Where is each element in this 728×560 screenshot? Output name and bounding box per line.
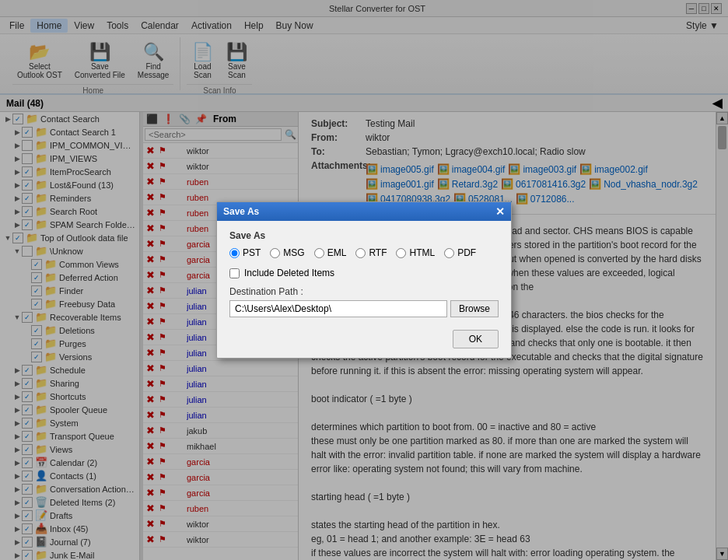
save-as-dialog: Save As ✕ Save As PST MSG EML RTF H (216, 201, 512, 359)
radio-eml[interactable]: EML (314, 247, 347, 258)
save-as-label: Save As (229, 230, 499, 241)
dialog-close-button[interactable]: ✕ (495, 205, 505, 218)
destination-path-input[interactable] (229, 300, 447, 317)
radio-pst[interactable]: PST (229, 247, 261, 258)
dialog-title-text: Save As (223, 206, 259, 217)
include-deleted-checkbox[interactable]: Include Deleted Items (229, 268, 499, 278)
radio-pdf[interactable]: PDF (444, 247, 476, 258)
destination-path-label: Destination Path : (229, 286, 499, 297)
ok-button[interactable]: OK (453, 330, 499, 348)
dialog-body: Save As PST MSG EML RTF HTML (217, 221, 511, 358)
include-deleted-label: Include Deleted Items (244, 268, 334, 278)
dialog-title-bar: Save As ✕ (217, 202, 511, 221)
dialog-overlay: Save As ✕ Save As PST MSG EML RTF H (0, 0, 728, 560)
browse-button[interactable]: Browse (450, 300, 499, 317)
radio-msg[interactable]: MSG (270, 247, 304, 258)
radio-rtf[interactable]: RTF (355, 247, 387, 258)
radio-html[interactable]: HTML (396, 247, 435, 258)
save-format-radio-group: PST MSG EML RTF HTML PDF (229, 247, 499, 258)
dialog-buttons: OK (229, 327, 499, 348)
destination-path-row: Browse (229, 300, 499, 317)
